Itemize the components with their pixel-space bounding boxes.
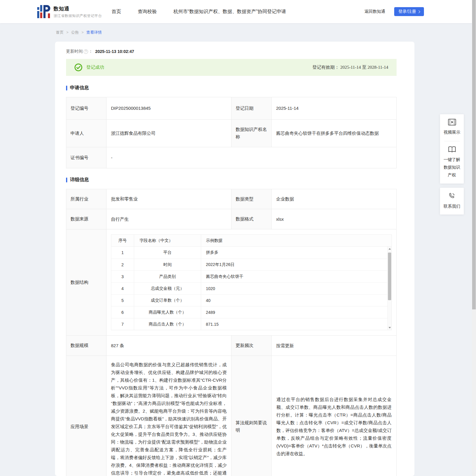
contact-us-label: 联系我们 xyxy=(442,203,462,210)
detail-info-table: 所属行业 批发和零售业 数据类型 企业数据 数据来源 自行产生 数据格式 xls… xyxy=(66,189,397,476)
registration-success-banner: 登记成功 登记有效期： 2025-11-14 至 2028-11-14 xyxy=(66,59,397,76)
reg-date-value: 2025-11-14 xyxy=(272,97,396,119)
breadcrumb-separator-icon: > xyxy=(82,30,84,35)
table-row: 数据结构 序号 字段名称（中文） 示例数据 1 平台 拼多多 xyxy=(66,229,396,335)
learn-data-ip-button[interactable]: 一键了解数据知识产权 xyxy=(442,146,462,179)
main-nav: 首页 查询校验 杭州市“数据知识产权、数据、数据资产”协同登记申请 xyxy=(112,0,286,23)
table-row: 申请人 浙江德辉食品有限公司 数据知识产权名称 酱芯曲奇夹心软饼干在拼多多平台四… xyxy=(66,119,396,147)
table-row: 数据规模 827 条 更新频次 按需更新 xyxy=(66,335,396,356)
breadcrumb: 首页 > 公告 > 查看详情 xyxy=(56,30,102,35)
table-row: 7 商品点击人数（个） 871.15 xyxy=(111,318,392,330)
cert-number-label: 证书编号 xyxy=(66,147,107,168)
video-demo-label: 视频展示 xyxy=(442,129,462,136)
breadcrumb-home[interactable]: 首页 xyxy=(56,30,64,35)
apply-info-title-text: 申请信息 xyxy=(70,85,89,91)
detail-content-card: 更新时间 ? ： 2025-11-13 10:02:47 登记成功 登记有效期：… xyxy=(55,42,414,476)
scroll-down-icon[interactable] xyxy=(389,327,391,328)
title-accent-bar xyxy=(66,178,67,182)
table-row: 6 商品曝光人数（个） 2489 xyxy=(111,306,392,318)
inner-table-scrollbar[interactable] xyxy=(387,247,392,330)
top-nav-bar: 数知通 浙江省数据知识产权登记平台 首页 查询校验 杭州市“数据知识产权、数据、… xyxy=(0,0,476,23)
cert-number-value: - xyxy=(107,147,396,168)
login-register-button[interactable]: 登录/注册 xyxy=(394,7,424,16)
cell-field: 总成交金额（元） xyxy=(134,283,201,294)
help-icon[interactable]: ? xyxy=(84,49,88,54)
validity-label: 登记有效期： xyxy=(312,65,339,70)
cell-field: 产品类别 xyxy=(134,271,201,282)
page-scrollbar-thumb[interactable] xyxy=(472,0,476,309)
brand-logo[interactable]: 数知通 浙江省数据知识产权登记平台 xyxy=(37,4,102,19)
header-actions: 返回数知通 登录/注册 xyxy=(364,0,424,23)
table-row: 2 时间 2022年1月26日 xyxy=(111,259,392,270)
registration-status-text: 登记成功 xyxy=(86,65,104,70)
cell-no: 5 xyxy=(111,295,134,306)
success-check-icon xyxy=(74,63,82,71)
page-scrollbar[interactable] xyxy=(472,0,476,476)
page: 数知通 浙江省数据知识产权登记平台 首页 查询校验 杭州市“数据知识产权、数据、… xyxy=(0,0,476,476)
structure-table: 序号 字段名称（中文） 示例数据 1 平台 拼多多 2 xyxy=(111,234,392,330)
breadcrumb-announcement[interactable]: 公告 xyxy=(71,30,79,35)
nav-item-home[interactable]: 首页 xyxy=(112,9,121,15)
data-scale-value: 827 条 xyxy=(107,336,231,356)
application-scenario-text: 食品公司电商数据的价值与意义已超越传统销售统计，成为驱动业务增长、优化供应链、构… xyxy=(107,356,231,476)
cell-sample: 2489 xyxy=(201,306,392,318)
scrollbar-thumb[interactable] xyxy=(388,253,391,300)
nav-item-query-verify[interactable]: 查询校验 xyxy=(138,9,157,15)
contact-us-button[interactable]: 联系我们 xyxy=(442,192,462,210)
table-row: 3 产品类别 酱芯曲奇夹心软饼干 xyxy=(111,270,392,282)
phone-icon xyxy=(448,195,456,201)
update-time-value: 2025-11-13 10:02:47 xyxy=(95,49,134,54)
brand-text: 数知通 浙江省数据知识产权登记平台 xyxy=(54,5,102,18)
table-row: 应用场景 食品公司电商数据的价值与意义已超越传统销售统计，成为驱动业务增长、优化… xyxy=(66,356,396,476)
scroll-up-icon[interactable] xyxy=(389,248,391,250)
reg-number-value: DIP2025000013845 xyxy=(107,97,231,119)
brand-name: 数知通 xyxy=(54,5,102,12)
table-row: 登记编号 DIP2025000013845 登记日期 2025-11-14 xyxy=(66,97,396,119)
title-accent-bar xyxy=(66,86,67,90)
col-header-sample: 示例数据 xyxy=(201,235,392,246)
side-card-contact: 联系我们 xyxy=(440,188,464,215)
brand-subtitle: 浙江省数据知识产权登记平台 xyxy=(54,13,102,18)
col-header-field: 字段名称（中文） xyxy=(134,235,201,246)
detail-info-section-title: 详细信息 xyxy=(66,177,397,183)
cell-sample: 2022年1月26日 xyxy=(201,259,392,270)
data-structure-cell: 序号 字段名称（中文） 示例数据 1 平台 拼多多 2 xyxy=(107,229,396,335)
table-row: 1 平台 拼多多 xyxy=(111,247,392,259)
data-type-label: 数据类型 xyxy=(231,189,272,209)
update-frequency-label: 更新频次 xyxy=(231,336,272,356)
video-demo-button[interactable]: 视频展示 xyxy=(442,119,462,136)
nav-item-hangzhou-registration[interactable]: 杭州市“数据知识产权、数据、数据资产”协同登记申请 xyxy=(173,9,286,15)
cell-no: 6 xyxy=(111,306,134,318)
cell-sample: 酱芯曲奇夹心软饼干 xyxy=(201,271,392,282)
back-to-shuzhitong-link[interactable]: 返回数知通 xyxy=(364,9,385,14)
data-type-value: 企业数据 xyxy=(272,189,396,209)
cell-no: 3 xyxy=(111,271,134,282)
cell-field: 时间 xyxy=(134,259,201,270)
cell-no: 1 xyxy=(111,247,134,259)
book-icon xyxy=(448,149,456,154)
structure-table-body: 1 平台 拼多多 2 时间 2022年1月26日 3 产 xyxy=(111,247,392,330)
col-header-no: 序号 xyxy=(111,235,134,246)
floating-side-panel: 视频展示 一键了解数据知识产权 xyxy=(440,114,464,214)
update-time-colon: ： xyxy=(89,49,93,54)
table-row: 5 成交订单数（个） 40 xyxy=(111,294,392,306)
login-register-label: 登录/注册 xyxy=(398,9,416,14)
apply-info-section-title: 申请信息 xyxy=(66,85,397,91)
data-format-value: xlsx xyxy=(272,209,396,229)
data-source-value: 自行产生 xyxy=(107,209,231,229)
cell-no: 7 xyxy=(111,318,134,330)
breadcrumb-separator-icon: > xyxy=(66,30,68,35)
cell-sample: 871.15 xyxy=(201,318,392,330)
apply-info-table: 登记编号 DIP2025000013845 登记日期 2025-11-14 申请… xyxy=(66,97,397,168)
ip-name-value: 酱芯曲奇夹心软饼干在拼多多平台四维价值动态数据 xyxy=(272,120,396,147)
chevron-right-icon xyxy=(417,10,420,13)
structure-table-header: 序号 字段名称（中文） 示例数据 xyxy=(111,235,392,247)
applicant-value: 浙江德辉食品有限公司 xyxy=(107,120,231,147)
cell-field: 商品曝光人数（个） xyxy=(134,306,201,318)
update-frequency-value: 按需更新 xyxy=(272,336,396,356)
industry-label: 所属行业 xyxy=(66,189,107,209)
cell-sample: 40 xyxy=(201,295,392,306)
table-row: 所属行业 批发和零售业 数据类型 企业数据 xyxy=(66,189,396,209)
data-source-label: 数据来源 xyxy=(66,209,107,229)
algorithm-rules-label: 算法规则简要说明 xyxy=(231,356,272,476)
